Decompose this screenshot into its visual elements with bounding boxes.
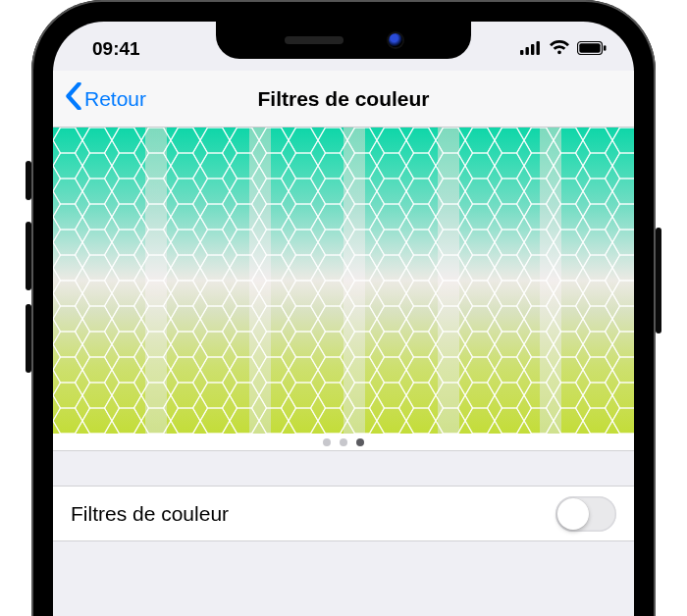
navigation-bar: Retour Filtres de couleur	[53, 71, 634, 128]
back-button[interactable]: Retour	[65, 71, 146, 127]
page-dot[interactable]	[356, 438, 364, 446]
chevron-left-icon	[65, 82, 82, 115]
toggle-knob	[557, 498, 589, 530]
speaker-grille	[285, 36, 344, 44]
color-filters-label: Filtres de couleur	[71, 502, 229, 526]
hex-pattern	[53, 128, 634, 434]
phone-frame: 09:41	[31, 0, 656, 616]
content: Filtres de couleur	[53, 128, 634, 616]
color-preview-swatch[interactable]	[53, 128, 634, 434]
page-dot[interactable]	[323, 438, 331, 446]
svg-rect-3	[537, 41, 540, 55]
color-filters-row: Filtres de couleur	[53, 487, 634, 541]
screen: 09:41	[53, 22, 634, 616]
wifi-icon	[549, 38, 570, 60]
color-preview-card	[53, 128, 634, 451]
svg-rect-9	[53, 128, 634, 434]
page-title: Filtres de couleur	[257, 87, 429, 111]
cellular-icon	[520, 38, 542, 60]
svg-rect-2	[531, 44, 534, 55]
svg-rect-0	[520, 50, 523, 55]
mute-switch	[26, 161, 31, 200]
svg-rect-1	[526, 47, 529, 55]
page-indicator[interactable]	[53, 438, 634, 446]
status-time: 09:41	[92, 38, 140, 60]
back-label: Retour	[84, 87, 146, 111]
notch	[216, 22, 471, 59]
svg-rect-5	[579, 43, 600, 52]
front-camera	[389, 33, 402, 47]
color-filters-toggle[interactable]	[555, 496, 616, 532]
side-button	[656, 228, 661, 334]
volume-down-button	[26, 304, 31, 373]
battery-icon	[577, 38, 607, 60]
page-dot[interactable]	[340, 438, 347, 446]
volume-up-button	[26, 222, 31, 290]
svg-rect-6	[604, 45, 607, 51]
